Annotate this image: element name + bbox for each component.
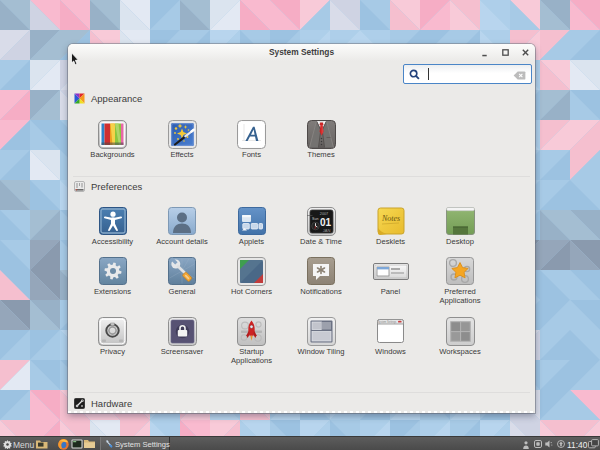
svg-text:System Settings: System Settings [378,320,397,324]
svg-text:01: 01 [320,217,332,228]
svg-text:JAN: JAN [322,228,330,233]
svg-text:Sun: Sun [312,217,318,221]
svg-text:Notes: Notes [380,214,399,223]
svg-text:2007: 2007 [319,212,327,216]
